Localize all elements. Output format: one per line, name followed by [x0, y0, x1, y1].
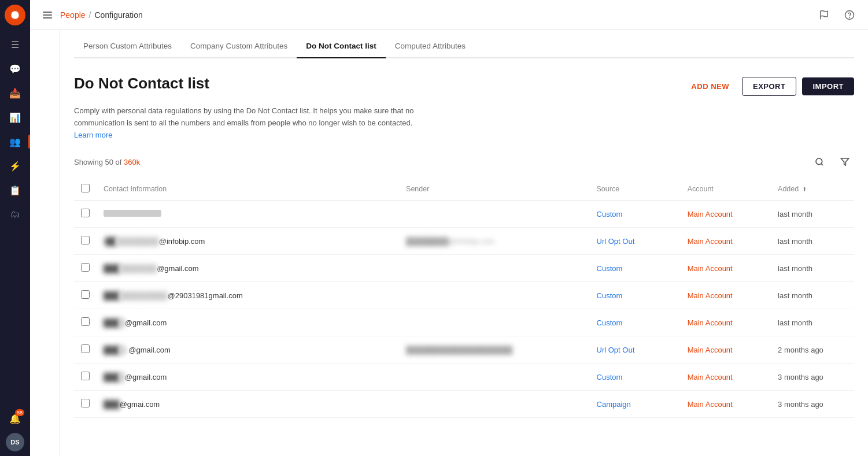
table-row: ████k@gmail.com ████████████████████ Url… [74, 336, 854, 364]
tab-do-not-contact[interactable]: Do Not Contact list [297, 35, 386, 58]
sender-cell: ████████@infobip.com [399, 228, 589, 255]
source-cell: Url Opt Out [590, 336, 681, 364]
row-checkbox[interactable] [81, 236, 90, 244]
row-checkbox-cell [74, 391, 97, 418]
table-actions [810, 153, 854, 171]
row-checkbox[interactable] [81, 372, 90, 380]
tab-person-custom-attributes[interactable]: Person Custom Attributes [74, 35, 181, 58]
source-cell: Custom [590, 309, 681, 336]
source-cell: Custom [590, 282, 681, 309]
svg-rect-3 [43, 14, 52, 16]
source-cell: Campaign [590, 391, 681, 418]
sender-cell [399, 255, 589, 282]
notification-badge: 88 [15, 409, 24, 416]
flag-icon[interactable] [815, 6, 833, 24]
select-all-header [74, 178, 97, 201]
added-cell: last month [771, 201, 854, 228]
added-cell: last month [771, 282, 854, 309]
contact-info-cell: t██████████@infobip.com [97, 228, 399, 255]
sender-cell [399, 391, 589, 418]
lists-icon[interactable]: 📋 [5, 180, 25, 201]
page-description: Comply with personal data regulations by… [74, 105, 421, 141]
table-row: ████████████@29031981gmail.com Custom Ma… [74, 282, 854, 309]
tab-bar: Person Custom Attributes Company Custom … [74, 30, 854, 58]
notifications-icon[interactable]: 🔔 88 [5, 408, 25, 429]
source-cell: Custom [590, 255, 681, 282]
added-cell: last month [771, 309, 854, 336]
row-checkbox-cell [74, 201, 97, 228]
contacts-icon[interactable]: 👥 [5, 131, 25, 152]
contact-info-cell: ████k@gmail.com [97, 336, 399, 364]
source-cell: Custom [590, 364, 681, 391]
chat-icon[interactable]: 💬 [5, 58, 25, 79]
contact-info-cell: ████@gmail.com [97, 309, 399, 336]
account-cell: Main Account [681, 228, 771, 255]
sender-cell [399, 309, 589, 336]
col-account: Account [681, 178, 771, 201]
table-row: t██████████@infobip.com ████████@infobip… [74, 228, 854, 255]
contact-table: Contact Information Sender Source Accoun… [74, 178, 854, 418]
showing-count-link[interactable]: 360k [124, 158, 140, 166]
table-row: ██████████@gmail.com Custom Main Account… [74, 255, 854, 282]
col-added[interactable]: Added ⬆ [771, 178, 854, 201]
showing-count: Showing 50 of 360k [74, 158, 140, 166]
sidebar: ☰ 💬 📥 📊 👥 ⚡ 📋 🗂 🔔 88 DS [0, 0, 30, 456]
breadcrumb-current: Configuration [94, 10, 142, 20]
added-cell: 2 months ago [771, 336, 854, 364]
row-checkbox[interactable] [81, 344, 90, 353]
svg-rect-2 [43, 12, 52, 13]
table-row: ███@gmai.com Campaign Main Account 3 mon… [74, 391, 854, 418]
sender-cell [399, 364, 589, 391]
filter-button[interactable] [836, 153, 854, 171]
row-checkbox[interactable] [81, 399, 90, 407]
inbox-icon[interactable]: 📥 [5, 83, 25, 103]
select-all-checkbox[interactable] [81, 184, 90, 192]
svg-rect-4 [43, 17, 52, 18]
sort-icon: ⬆ [802, 186, 807, 192]
table-row: ████@gmail.com Custom Main Account last … [74, 309, 854, 336]
added-cell: 3 months ago [771, 391, 854, 418]
main-area: People / Configuration [30, 0, 868, 456]
row-checkbox[interactable] [81, 209, 90, 217]
svg-line-9 [821, 164, 823, 165]
row-checkbox-cell [74, 336, 97, 364]
menu-expand-button[interactable] [39, 7, 56, 23]
row-checkbox-cell [74, 364, 97, 391]
breadcrumb-parent[interactable]: People [60, 10, 86, 20]
row-checkbox[interactable] [81, 317, 90, 326]
topbar-right [815, 6, 859, 24]
user-avatar[interactable]: DS [6, 433, 24, 451]
expand-icon[interactable]: ☰ [5, 34, 25, 55]
contact-info-cell [97, 201, 399, 228]
contact-info-cell: ████@gmail.com [97, 364, 399, 391]
source-cell: Url Opt Out [590, 228, 681, 255]
app-logo[interactable] [5, 5, 25, 25]
topbar: People / Configuration [30, 0, 868, 30]
page-content: Person Custom Attributes Company Custom … [60, 30, 868, 456]
learn-more-link[interactable]: Learn more [74, 131, 112, 139]
col-sender: Sender [399, 178, 589, 201]
help-icon[interactable] [840, 6, 859, 24]
export-button[interactable]: EXPORT [742, 77, 796, 96]
added-cell: 3 months ago [771, 364, 854, 391]
row-checkbox-cell [74, 309, 97, 336]
tab-company-custom-attributes[interactable]: Company Custom Attributes [181, 35, 297, 58]
source-cell: Custom [590, 201, 681, 228]
add-new-button[interactable]: ADD NEW [684, 77, 736, 95]
row-checkbox-cell [74, 228, 97, 255]
search-button[interactable] [810, 153, 829, 171]
contact-info-cell: ███@gmai.com [97, 391, 399, 418]
row-checkbox-cell [74, 282, 97, 309]
added-cell: last month [771, 228, 854, 255]
contact-info-cell: ████████████@29031981gmail.com [97, 282, 399, 309]
import-button[interactable]: IMPORT [802, 77, 854, 95]
row-checkbox[interactable] [81, 290, 90, 299]
segments-icon[interactable]: 🗂 [5, 204, 25, 225]
tab-computed-attributes[interactable]: Computed Attributes [386, 35, 475, 58]
col-contact-info: Contact Information [97, 178, 399, 201]
row-checkbox[interactable] [81, 263, 90, 272]
account-cell: Main Account [681, 255, 771, 282]
left-strip [30, 30, 60, 456]
reports-icon[interactable]: 📊 [5, 107, 25, 128]
flows-icon[interactable]: ⚡ [5, 155, 25, 176]
